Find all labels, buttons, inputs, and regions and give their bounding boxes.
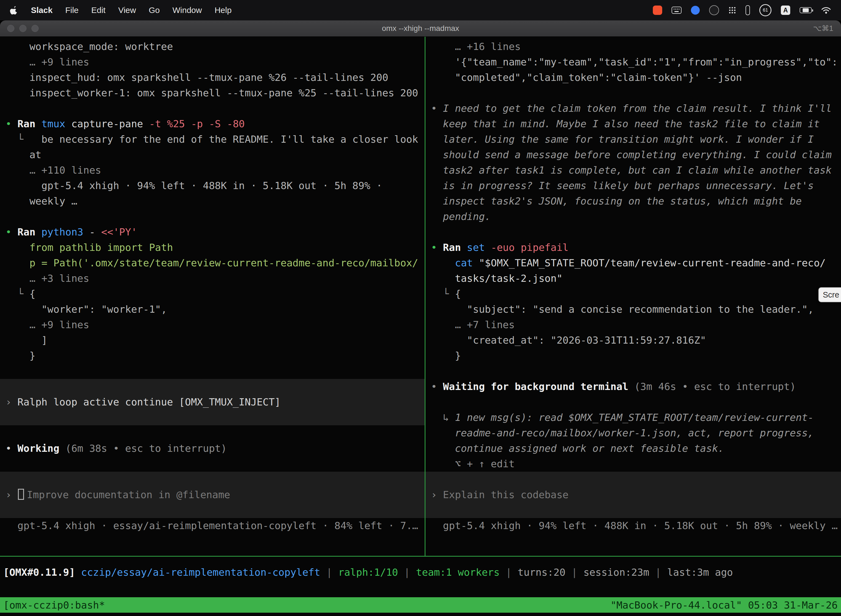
wifi-icon[interactable] — [821, 6, 831, 14]
dots-grid-icon[interactable] — [728, 6, 736, 14]
terminal-line — [431, 364, 841, 379]
menu-window[interactable]: Window — [173, 6, 202, 15]
menu-edit[interactable]: Edit — [91, 6, 105, 15]
text-segment: (6m 38s • esc to interrupt) — [65, 443, 227, 454]
text-segment: python3 — [41, 226, 84, 238]
prompt-band-line[interactable] — [0, 472, 425, 487]
desktop: { "menubar": { "app_name": "Slack", "men… — [0, 0, 841, 616]
text-segment: cat — [455, 257, 479, 268]
terminal-line: inspect_worker-1: omx sparkshell --tmux-… — [6, 85, 425, 101]
status-separator: | — [500, 567, 518, 578]
terminal-line: • Ran python3 - <<'PY' — [6, 224, 425, 240]
prompt-band-line[interactable]: › Explain this codebase — [425, 487, 841, 503]
status-separator: | — [649, 567, 667, 578]
terminal-line: is in progress? It seems likely but perh… — [431, 178, 841, 194]
prompt-band-line[interactable]: › Ralph loop active continue [OMX_TMUX_I… — [0, 395, 425, 410]
prompt-band-line[interactable]: › Improve documentation in @filename — [0, 487, 425, 503]
terminal-line: └ { — [431, 286, 841, 302]
text-segment: Ran — [18, 226, 41, 238]
omx-last-activity: last:3m ago — [667, 567, 733, 578]
text-segment: "subject": "send a concise recommendatio… — [431, 304, 814, 315]
pane-divider-vertical — [425, 37, 425, 556]
text-segment: inspect_worker-1: omx sparkshell --tmux-… — [6, 87, 418, 98]
prompt-band-line[interactable] — [0, 379, 425, 395]
text-segment: › — [431, 489, 443, 500]
omx-session-time: session:23m — [583, 567, 649, 578]
text-segment: should send a message before completing … — [431, 149, 832, 160]
terminal-line: └ { — [6, 286, 425, 302]
text-segment: tasks/task-2.json" — [431, 273, 563, 284]
text-segment: Explain this codebase — [443, 489, 568, 500]
terminal-line — [6, 209, 425, 224]
text-segment: ] — [6, 334, 47, 346]
text-segment: <<'PY' — [101, 226, 137, 238]
text-segment: "worker": "worker-1", — [6, 304, 167, 315]
text-segment: Working — [18, 443, 65, 454]
terminal-line — [431, 395, 841, 410]
text-segment: tmux — [41, 118, 65, 129]
text-segment: Waiting for background terminal — [443, 381, 634, 392]
text-segment: • — [431, 381, 443, 392]
pane-worker-agent[interactable]: … +16 lines '{"team_name":"my-team","tas… — [425, 37, 841, 534]
text-segment: gpt-5.4 xhigh · 94% left · 488K in · 5.1… — [6, 180, 382, 191]
prompt-band-line[interactable] — [425, 472, 841, 487]
keyboard-icon[interactable] — [672, 7, 681, 14]
text-segment: from pathlib import Path — [6, 242, 173, 253]
text-segment: • — [6, 118, 18, 129]
terminal-line: continue assigned work or next feasible … — [431, 441, 841, 456]
apple-menu-icon[interactable] — [10, 6, 18, 15]
status-separator: | — [566, 567, 583, 578]
terminal-line — [6, 425, 425, 441]
menu-view[interactable]: View — [118, 6, 136, 15]
terminal-line: … +3 lines — [6, 271, 425, 286]
terminal-line: └ be necessary for the end of the README… — [6, 132, 425, 147]
terminal-content[interactable]: workspace_mode: worktree … +9 lines insp… — [0, 37, 841, 616]
terminal-line: "subject": "send a concise recommendatio… — [431, 302, 841, 317]
prompt-band-line[interactable] — [0, 503, 425, 518]
terminal-line: later. Using the same for transition mig… — [431, 132, 841, 147]
menu-help[interactable]: Help — [215, 6, 232, 15]
terminal-line: task2 after task1 is complete, but can I… — [431, 163, 841, 178]
menu-go[interactable]: Go — [149, 6, 160, 15]
pane-leader-agent[interactable]: workspace_mode: worktree … +9 lines insp… — [0, 37, 425, 534]
prompt-band-line[interactable] — [425, 503, 841, 518]
battery-icon[interactable] — [800, 7, 812, 13]
text-segment: is in progress? It seems likely but perh… — [431, 180, 814, 191]
terminal-line: "completed","claim_token":"claim-token"}… — [431, 70, 841, 85]
omx-version: [OMX#0.11.9] — [3, 567, 81, 578]
text-segment: readme-and-reco/mailbox/worker-1.json, a… — [431, 427, 814, 439]
menu-file[interactable]: File — [65, 6, 78, 15]
terminal-line: keep that in mind. Maybe I also need the… — [431, 116, 841, 132]
text-segment: weekly … — [6, 195, 77, 207]
text-segment: ⌥ + ↑ edit — [431, 458, 514, 469]
terminal-line — [6, 456, 425, 472]
input-source-icon[interactable]: A — [781, 6, 790, 15]
terminal-line: pending. — [431, 209, 841, 224]
terminal-line — [431, 224, 841, 240]
text-segment: Ran — [443, 242, 467, 253]
prompt-band-line[interactable] — [0, 410, 425, 425]
raycast-icon[interactable] — [691, 6, 700, 15]
battery-percent-icon[interactable]: 61 — [759, 4, 771, 16]
terminal-line: … +9 lines — [6, 317, 425, 333]
terminal-line: • I need to get the claim token from the… — [431, 101, 841, 116]
input-source-value: A — [783, 7, 788, 14]
window-shortcut: ⌥⌘1 — [813, 24, 833, 33]
screen-tooltip: Scre — [818, 287, 841, 302]
omx-branch-path: cczip/essay/ai-reimplementation-copyleft — [81, 567, 320, 578]
active-app-menu[interactable]: Slack — [31, 6, 53, 15]
terminal-line: gpt-5.4 xhigh · 94% left · 488K in · 5.1… — [431, 518, 841, 534]
stats-pill-icon[interactable] — [746, 5, 750, 15]
terminal-line: ] — [6, 333, 425, 348]
text-segment: { — [455, 288, 461, 299]
terminal-line: … +110 lines — [6, 163, 425, 178]
text-segment: • — [6, 443, 18, 454]
app-circle-icon[interactable] — [709, 5, 719, 15]
text-segment: … +9 lines — [6, 319, 89, 330]
tmux-status-bar: [omx-cczip0:bash* "MacBook-Pro-44.local"… — [0, 597, 841, 613]
screen-recording-icon[interactable] — [653, 6, 662, 15]
text-segment: • — [431, 103, 443, 114]
text-segment: - — [84, 226, 101, 238]
terminal-line: • Working (6m 38s • esc to interrupt) — [6, 441, 425, 456]
title-bar[interactable]: omx --xhigh --madmax ⌥⌘1 — [0, 21, 841, 37]
